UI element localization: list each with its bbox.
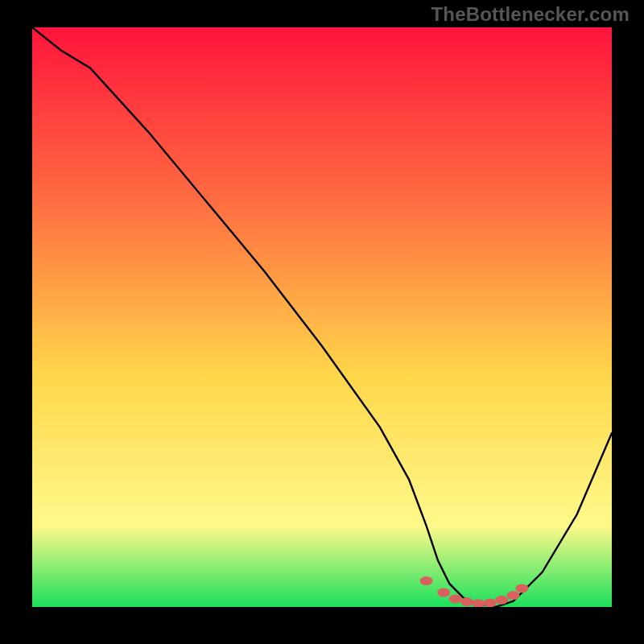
trough-marker [449, 594, 462, 603]
trough-marker [495, 596, 508, 605]
plot-area [32, 27, 612, 607]
trough-marker [437, 588, 450, 597]
plot-svg [32, 27, 612, 607]
chart-frame: TheBottlenecker.com [0, 0, 644, 644]
trough-marker [460, 597, 473, 606]
trough-marker [507, 591, 520, 600]
watermark-label: TheBottlenecker.com [431, 3, 630, 26]
trough-marker [515, 584, 528, 592]
gradient-background [32, 27, 612, 607]
trough-marker [484, 598, 497, 607]
trough-marker [420, 576, 433, 585]
